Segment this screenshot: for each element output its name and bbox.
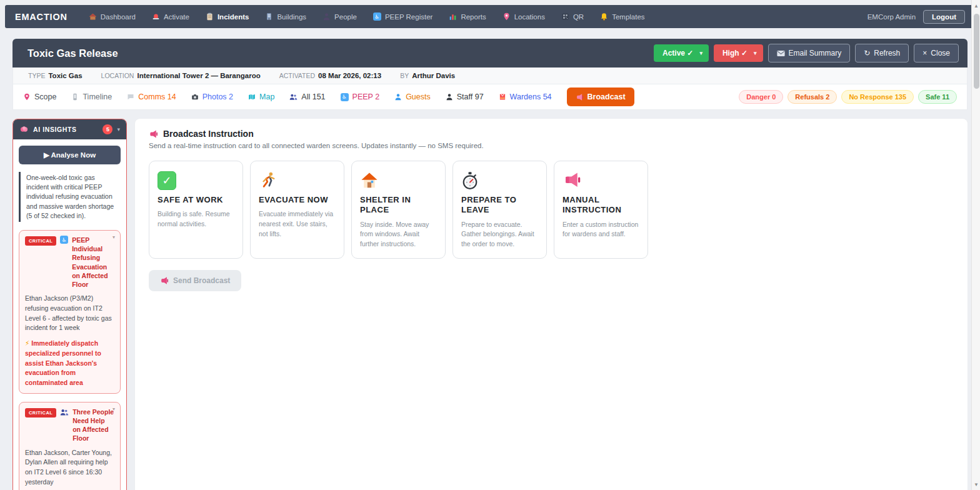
- broadcast-heading: Broadcast Instruction: [163, 129, 254, 139]
- incident-meta-bar: TYPE Toxic Gas LOCATION International To…: [12, 68, 968, 84]
- app-brand: EMACTION: [15, 12, 68, 22]
- analyse-now-label: Analyse Now: [51, 151, 96, 159]
- bar-chart-icon: [449, 12, 457, 21]
- megaphone-icon: [160, 276, 169, 285]
- tab-label: Broadcast: [588, 92, 626, 101]
- severity-label: High ✓: [722, 49, 748, 58]
- ai-insights-panel: AI INSIGHTS 5 ▾ ▶ Analyse Now One-week-o…: [12, 119, 127, 490]
- wheelchair-icon: ♿: [373, 12, 381, 21]
- nav-item-label: Incidents: [218, 13, 249, 21]
- email-icon: [777, 50, 785, 57]
- send-broadcast-button[interactable]: Send Broadcast: [149, 270, 241, 291]
- status-dropdown[interactable]: Active ✓ ▾: [654, 44, 709, 62]
- broadcast-subheading: Send a real-time instruction card to all…: [149, 142, 954, 149]
- insight-title: Three People Need Help on Affected Floor: [72, 408, 114, 443]
- insight-action-text: Immediately dispatch specialized personn…: [25, 339, 101, 386]
- option-manual-instruction[interactable]: MANUAL INSTRUCTION Enter a custom instru…: [554, 161, 648, 259]
- analyse-now-button[interactable]: ▶ Analyse Now: [19, 146, 121, 164]
- email-summary-button[interactable]: Email Summary: [768, 44, 851, 62]
- meta-value: Toxic Gas: [48, 72, 82, 79]
- scroll-up-arrow[interactable]: ▲: [972, 1, 980, 10]
- insight-action: ⚡ Immediately dispatch specialized perso…: [25, 339, 114, 388]
- scrollbar[interactable]: ▲ ▼: [971, 0, 980, 490]
- insight-title: PEEP Individual Refusing Evacuation on A…: [72, 236, 114, 289]
- tab-comms[interactable]: Comms 14: [127, 92, 176, 101]
- close-button[interactable]: × Close: [914, 44, 959, 62]
- scroll-down-arrow[interactable]: ▼: [972, 480, 980, 489]
- no-response-badge[interactable]: No Response 135: [841, 90, 914, 104]
- nav-items: Dashboard Activate Incidents Buildings P…: [89, 12, 868, 21]
- nav-item-reports[interactable]: Reports: [449, 12, 486, 21]
- nav-item-label: Locations: [514, 13, 545, 21]
- pin-icon: [502, 12, 511, 21]
- nav-item-templates[interactable]: Templates: [600, 12, 644, 21]
- tab-label: PEEP 2: [352, 92, 380, 101]
- tab-label: Map: [259, 92, 274, 101]
- tab-broadcast[interactable]: Broadcast: [567, 88, 634, 106]
- tab-scope[interactable]: Scope: [23, 92, 56, 101]
- safe-badge[interactable]: Safe 11: [918, 90, 957, 104]
- vest-icon: [499, 93, 506, 101]
- wheelchair-icon: ♿: [60, 236, 68, 244]
- meta-label: ACTIVATED: [279, 72, 315, 79]
- option-desc: Stay inside. Move away from windows. Awa…: [360, 220, 437, 249]
- option-shelter-in-place[interactable]: SHELTER IN PLACE Stay inside. Move away …: [351, 161, 446, 259]
- tab-label: Guests: [406, 92, 431, 101]
- scrollbar-thumb[interactable]: [974, 14, 979, 89]
- tab-timeline[interactable]: Timeline: [71, 92, 112, 101]
- refresh-label: Refresh: [874, 49, 900, 58]
- option-title: SHELTER IN PLACE: [360, 195, 437, 216]
- tab-staff[interactable]: Staff 97: [446, 92, 484, 101]
- tab-label: Staff 97: [457, 92, 484, 101]
- tab-all[interactable]: All 151: [289, 92, 325, 101]
- logout-button[interactable]: Logout: [923, 10, 965, 24]
- tab-peep[interactable]: ♿ PEEP 2: [341, 92, 380, 101]
- nav-item-label: People: [334, 13, 357, 21]
- tab-map[interactable]: Map: [248, 92, 274, 101]
- insight-card-people-need-help[interactable]: ▾ CRITICAL Three People Need Help on Aff…: [19, 402, 121, 490]
- meta-value: 08 Mar 2026, 02:13: [318, 72, 381, 79]
- meta-by: BY Arthur Davis: [400, 72, 455, 79]
- building-icon: [265, 12, 273, 21]
- tab-guests[interactable]: Guests: [394, 92, 431, 101]
- stopwatch-icon: [461, 171, 479, 190]
- broadcast-options: ✓ SAFE AT WORK Building is safe. Resume …: [149, 161, 954, 259]
- option-title: PREPARE TO LEAVE: [461, 195, 538, 216]
- nav-item-activate[interactable]: Activate: [152, 12, 189, 21]
- close-icon: ×: [922, 49, 927, 58]
- refusals-badge[interactable]: Refusals 2: [788, 90, 837, 104]
- option-evacuate-now[interactable]: EVACUATE NOW Evacuate immediately via ne…: [250, 161, 344, 259]
- nav-item-dashboard[interactable]: Dashboard: [89, 12, 136, 21]
- insight-card-peep-refusal[interactable]: ▾ CRITICAL ♿ PEEP Individual Refusing Ev…: [19, 230, 121, 394]
- severity-dropdown[interactable]: High ✓ ▾: [714, 44, 763, 62]
- chevron-down-icon[interactable]: ▾: [112, 406, 115, 412]
- nav-item-qr[interactable]: QR: [561, 12, 584, 21]
- chevron-down-icon[interactable]: ▾: [117, 126, 120, 132]
- refresh-button[interactable]: ↻ Refresh: [855, 44, 909, 62]
- tab-photos[interactable]: Photos 2: [191, 92, 233, 101]
- nav-item-peep-register[interactable]: ♿ PEEP Register: [373, 12, 433, 21]
- nav-item-label: Reports: [461, 13, 486, 21]
- option-prepare-to-leave[interactable]: PREPARE TO LEAVE Prepare to evacuate. Ga…: [452, 161, 547, 259]
- nav-item-buildings[interactable]: Buildings: [265, 12, 306, 21]
- staff-icon: [446, 93, 453, 101]
- option-desc: Evacuate immediately via nearest exit. U…: [259, 209, 336, 239]
- chevron-down-icon[interactable]: ▾: [112, 234, 115, 240]
- nav-item-people[interactable]: People: [322, 12, 357, 21]
- status-badges: Danger 0 Refusals 2 No Response 135 Safe…: [739, 90, 957, 104]
- nav-item-locations[interactable]: Locations: [502, 12, 545, 21]
- ai-summary: One-week-old toxic gas incident with cri…: [19, 172, 121, 222]
- nav-item-label: Dashboard: [101, 13, 136, 21]
- tab-wardens[interactable]: Wardens 54: [499, 92, 552, 101]
- meta-activated: ACTIVATED 08 Mar 2026, 02:13: [279, 72, 381, 79]
- check-icon: ✓: [158, 171, 176, 190]
- user-name: EMCorp Admin: [868, 13, 916, 21]
- nav-item-incidents[interactable]: Incidents: [206, 12, 249, 21]
- incident-title: Toxic Gas Release: [28, 48, 654, 59]
- ai-insights-header[interactable]: AI INSIGHTS 5 ▾: [13, 119, 126, 139]
- timeline-icon: [71, 93, 79, 101]
- option-safe-at-work[interactable]: ✓ SAFE AT WORK Building is safe. Resume …: [149, 161, 243, 259]
- nav-item-label: Buildings: [277, 13, 306, 21]
- danger-badge[interactable]: Danger 0: [739, 90, 783, 104]
- incident-panel: Toxic Gas Release Active ✓ ▾ High ✓ ▾ Em…: [12, 39, 968, 110]
